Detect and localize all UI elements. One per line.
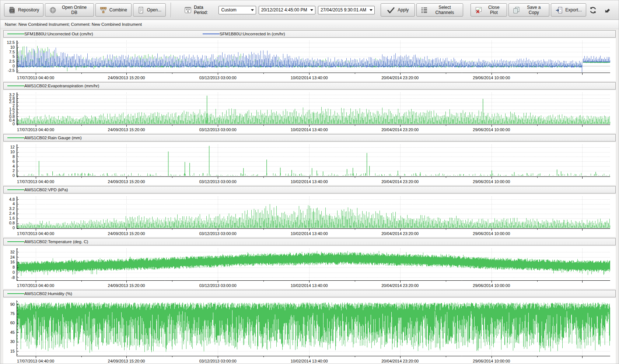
legend-label: AWS1CB02:Rain Gauge (mm) [24, 136, 82, 140]
y-tick-label: 24 [3, 255, 15, 260]
x-tick-label: 24/09/2013 15:20:00 [108, 231, 145, 236]
repository-label: Repository [18, 7, 39, 13]
x-tick-label: 20/04/2014 23:20:00 [381, 283, 419, 288]
x-tick-label: 10/02/2014 13:40:00 [291, 231, 328, 236]
app-window: CSV Repository Open Online DB Combine Op… [0, 0, 619, 364]
plot-panel-evapotranspiration: 00.40.81.21.622.42.83.217/07/2013 04:40:… [3, 90, 616, 133]
info-bar: Name: New Combined Instrument; Comment: … [0, 20, 619, 29]
open-button[interactable]: Open... [133, 3, 166, 17]
legend-entry: AWS1CB02:Evapotranspiration (mm/hr) [7, 83, 99, 89]
globe-icon [49, 7, 56, 14]
x-tick-label: 03/12/2013 03:00:00 [199, 359, 237, 363]
y-tick-label: 8 [3, 265, 15, 270]
end-date-field[interactable]: 27/04/2015 9:30:01 AM [318, 6, 375, 14]
x-tick-label: 20/04/2014 23:20:00 [381, 231, 419, 236]
data-period-combo[interactable]: Custom [218, 6, 256, 14]
combine-icon [100, 7, 107, 14]
y-tick-label: 2 [3, 168, 15, 173]
close-plot-icon [475, 7, 482, 14]
x-tick-label: 29/06/2014 10:00:00 [473, 283, 510, 288]
plot-panel-humidity: 15304560759017/07/2013 04:40:0024/09/201… [3, 298, 616, 364]
plot-canvas-rain-gauge[interactable] [17, 144, 610, 179]
combine-button[interactable]: Combine [95, 3, 132, 17]
filter-calendar-icon [184, 6, 192, 14]
plot-canvas-sap-flow[interactable] [17, 41, 610, 75]
y-tick-label: 0 [3, 64, 15, 69]
y-tick-label: 1.6 [3, 216, 15, 221]
chevron-down-icon [370, 9, 373, 13]
export-button[interactable]: Export... [551, 3, 586, 17]
y-tick-label: 12 [3, 145, 15, 150]
y-tick-label: -8 [3, 275, 15, 280]
copy-icon [513, 7, 520, 14]
legend-line-swatch [7, 189, 24, 190]
x-tick-label: 29/06/2014 10:00:00 [473, 359, 510, 363]
legend-label: AWS1CB02:Humidity (%) [24, 291, 72, 296]
x-tick-label: 10/02/2014 13:40:00 [291, 179, 328, 184]
x-tick-label: 10/02/2014 13:40:00 [291, 283, 328, 288]
legend-entry: AWS1CB02:Humidity (%) [7, 290, 72, 297]
x-tick-label: 10/02/2014 13:40:00 [291, 127, 328, 132]
plot-panel-sap-flow: -2.502.557.51012.517/07/2013 04:40:0024/… [3, 38, 616, 81]
y-tick-label: 3.2 [3, 206, 15, 211]
collapse-arrow-icon[interactable] [602, 5, 613, 15]
end-date-value: 27/04/2015 9:30:01 AM [321, 7, 366, 13]
close-plot-button[interactable]: Close Plot [471, 3, 507, 17]
x-tick-label: 03/12/2013 03:00:00 [199, 127, 237, 132]
legend-bar-vpd: AWS1CB02:VPD (kPa) [3, 186, 616, 193]
plot-panel-temperature: -80816243217/07/2013 04:40:0024/09/2013 … [3, 246, 616, 289]
x-tick-label: 10/02/2014 13:40:00 [291, 76, 328, 80]
x-tick-label: 24/09/2013 15:20:00 [108, 127, 145, 132]
y-tick-label: 75 [3, 311, 15, 316]
data-period-value: Custom [221, 7, 236, 13]
x-tick-label: 24/09/2013 15:20:00 [108, 359, 145, 363]
y-tick-label: 90 [3, 302, 15, 307]
plot-canvas-evapotranspiration[interactable] [17, 92, 610, 127]
plot-canvas-humidity[interactable] [17, 300, 610, 358]
y-tick-label: 10 [3, 45, 15, 50]
x-tick-label: 24/09/2013 15:20:00 [108, 283, 145, 288]
open-online-db-label: Open Online DB [59, 5, 89, 15]
y-tick-label: 60 [3, 321, 15, 325]
save-a-copy-button[interactable]: Save a Copy [508, 3, 549, 17]
legend-label: AWS1CB02:Evapotranspiration (mm/hr) [24, 84, 99, 88]
toolbar: CSV Repository Open Online DB Combine Op… [0, 0, 619, 20]
legend-entry: SFM1B80U:Uncorrected Out (cm/hr) [7, 31, 93, 37]
x-tick-label: 24/09/2013 15:20:00 [108, 179, 145, 184]
legend-line-swatch [7, 241, 24, 242]
legend-line-swatch [203, 34, 220, 34]
legend-label: AWS1CB02:Temperature (deg. C) [24, 239, 88, 244]
start-date-field[interactable]: 20/12/2012 4:45:00 PM [259, 6, 315, 14]
refresh-icon[interactable] [588, 5, 598, 15]
x-tick-label: 03/12/2013 03:00:00 [199, 76, 237, 80]
plot-canvas-temperature[interactable] [17, 248, 610, 283]
y-tick-label: 45 [3, 330, 15, 335]
apply-button[interactable]: Apply [381, 3, 415, 17]
plot-canvas-vpd[interactable] [17, 196, 610, 231]
y-tick-label: 2.4 [3, 211, 15, 216]
x-tick-label: 03/12/2013 03:00:00 [199, 179, 237, 184]
legend-label: SFM1B80U:Uncorrected Out (cm/hr) [24, 32, 93, 36]
legend-label: AWS1CB02:VPD (kPa) [24, 188, 68, 192]
plot-panel-rain-gauge: 02468101217/07/2013 04:40:0024/09/2013 1… [3, 142, 616, 185]
open-online-db-button[interactable]: Open Online DB [45, 3, 94, 17]
y-tick-label: 6 [3, 159, 15, 164]
y-tick-label: 2.5 [3, 59, 15, 64]
plots-container: SFM1B80U:Uncorrected Out (cm/hr)SFM1B80U… [0, 30, 619, 364]
data-period-group: Data Period: Custom 20/12/2012 4:45:00 P… [184, 5, 375, 15]
x-tick-label: 29/06/2014 10:00:00 [473, 179, 510, 184]
check-icon [387, 7, 395, 13]
x-tick-label: 20/04/2014 23:20:00 [381, 179, 419, 184]
start-date-value: 20/12/2012 4:45:00 PM [261, 7, 307, 13]
x-tick-label: 24/09/2013 15:20:00 [108, 76, 145, 80]
select-channels-button[interactable]: Select Channels [416, 3, 463, 17]
plot-panel-vpd: 00.81.62.43.244.817/07/2013 04:40:0024/0… [3, 194, 616, 237]
csv-file-icon: CSV [8, 7, 15, 14]
y-tick-label: 30 [3, 339, 15, 344]
legend-line-swatch [7, 34, 24, 34]
legend-line-swatch [7, 85, 24, 86]
y-tick-label: 0 [3, 225, 15, 230]
x-tick-label: 17/07/2013 04:40:00 [17, 231, 54, 236]
apply-label: Apply [398, 7, 409, 13]
repository-button[interactable]: CSV Repository [4, 3, 43, 17]
